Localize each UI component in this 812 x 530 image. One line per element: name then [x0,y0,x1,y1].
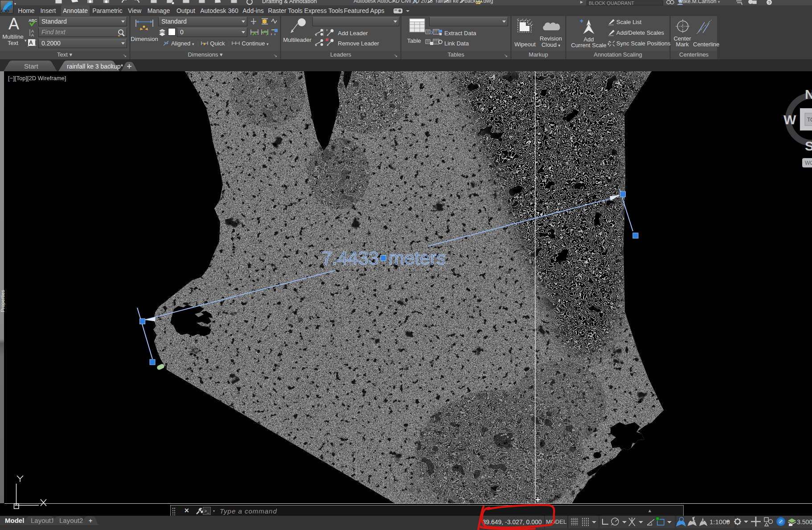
svg-text:A: A [29,40,33,46]
svg-text:?: ? [768,0,771,5]
svg-text:+: + [326,29,328,33]
svg-text:Start: Start [24,62,39,70]
svg-text:W: W [783,112,796,127]
svg-text:N: N [805,87,812,102]
svg-text:S: S [805,139,812,153]
svg-text:+: + [89,517,92,524]
svg-text:+: + [608,40,610,44]
svg-text:Layout2: Layout2 [59,517,83,524]
svg-text:WCS: WCS [805,160,812,166]
svg-text:Model: Model [5,517,24,524]
svg-text:C3D: C3D [1,9,9,13]
svg-text:ABC: ABC [29,18,37,23]
svg-text:meters: meters [389,248,446,269]
svg-text:+: + [580,18,583,24]
svg-text:Layout1: Layout1 [31,517,54,524]
svg-text:rainfall ke 3 backup*: rainfall ke 3 backup* [67,63,123,70]
svg-text:A: A [31,33,34,37]
svg-text:7.4433: 7.4433 [322,248,379,269]
svg-text:TO: TO [807,117,812,123]
